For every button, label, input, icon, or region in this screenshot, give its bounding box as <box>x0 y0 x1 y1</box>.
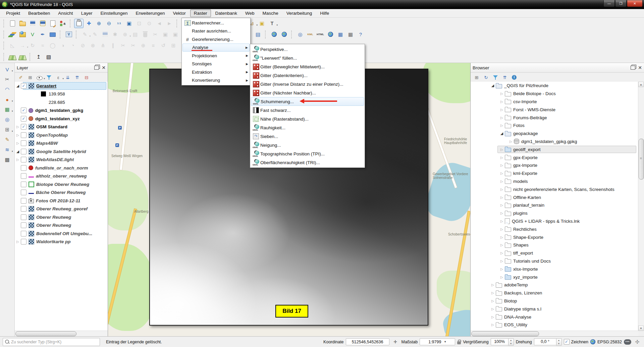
dock-vector-tool-8-button[interactable]: ✎ <box>3 135 12 144</box>
tree-collapsed-arrow-icon[interactable]: ▷ <box>15 133 21 137</box>
open-project-button[interactable] <box>18 19 27 28</box>
browser-tree-item[interactable]: ▷geotiff_export <box>471 145 638 153</box>
layer-visibility-checkbox[interactable]: ✓ <box>21 83 26 89</box>
browser-tree-item[interactable]: ▷EOS_Utility <box>471 321 638 329</box>
copy-features-button[interactable]: ▣ <box>161 30 170 39</box>
submenu-item-neigung-[interactable]: Neigung... <box>250 141 365 149</box>
browser-tree-item[interactable]: ▷Forums-Beiträge <box>471 114 638 122</box>
menu-item-projektionen[interactable]: Projektionen▶ <box>182 52 250 60</box>
menu-item-rasterrechner-[interactable]: ∑Rasterrechner... <box>182 19 250 27</box>
toggle-editing-button[interactable]: ✎ <box>90 30 100 39</box>
tasks-icon[interactable]: ✣ <box>634 338 641 346</box>
reshape-features-button[interactable]: ⋔ <box>98 41 108 50</box>
tree-collapsed-arrow-icon[interactable]: ▷ <box>499 163 505 167</box>
tree-collapsed-arrow-icon[interactable]: ▷ <box>499 251 505 255</box>
layer-visibility-checkbox[interactable] <box>21 157 26 162</box>
tree-expanded-arrow-icon[interactable]: ◢ <box>15 84 21 88</box>
menubar-item-layer[interactable]: Layer <box>77 9 96 17</box>
submenu-item-perspektive-[interactable]: Perspektive... <box>250 45 365 54</box>
zoom-to-selection-button[interactable]: ⊡ <box>135 19 144 28</box>
lock-scale-icon[interactable] <box>457 341 461 344</box>
enable-properties-widget-button[interactable]: i <box>510 73 519 82</box>
dock-vector-tool-4-button[interactable]: ●▾ <box>3 95 12 104</box>
add-part-button[interactable]: ◑ <box>58 41 67 50</box>
add-ring-button[interactable]: ◯ <box>48 41 57 50</box>
dock-vector-tool-3-button[interactable]: ◠ <box>3 85 12 94</box>
dock-vector-tool-1-button[interactable]: V▾ <box>3 65 12 74</box>
delete-part-button[interactable]: ⊗ <box>88 41 98 50</box>
layer-visibility-checkbox[interactable] <box>21 173 26 179</box>
processing-map-tool-button[interactable] <box>8 52 17 62</box>
remove-layer-button[interactable]: ⊟ <box>82 73 91 82</box>
layer-visibility-checkbox[interactable] <box>21 239 26 245</box>
layer-visibility-checkbox[interactable] <box>21 140 26 146</box>
layer-visibility-checkbox[interactable] <box>21 231 26 236</box>
submenu-item-rauhigkeit-[interactable]: Rauhigkeit... <box>250 123 365 132</box>
tree-collapsed-arrow-icon[interactable]: ▷ <box>499 211 505 215</box>
close-panel-icon[interactable]: ✕ <box>102 65 106 70</box>
add-mesh-layer-button[interactable] <box>48 30 57 39</box>
expand-all-button[interactable]: ⇊ <box>63 73 72 82</box>
zoom-in-button[interactable]: ⊕ <box>94 19 104 28</box>
move-feature-button[interactable]: →▾ <box>18 41 27 50</box>
scale-combobox[interactable]: 1:9799▼ <box>420 338 455 345</box>
menu-item-georeferenzierung-[interactable]: #Georeferenzierung... <box>182 35 250 44</box>
browser-tree-item[interactable]: ▷DNA-Analyse <box>471 313 638 321</box>
filter-browser-button[interactable] <box>491 73 500 82</box>
open-data-source-manager-button[interactable] <box>8 30 17 39</box>
browser-tree-item[interactable]: ▷nicht georeferenzierte Karten, Scans, S… <box>471 185 638 193</box>
browser-tree-item[interactable]: ▷xlsx-Importe <box>471 265 638 273</box>
dock-vector-tool-6-button[interactable]: ◎ <box>3 115 12 124</box>
crs-globe-icon[interactable] <box>590 339 595 344</box>
browser-tree-item[interactable]: ▷Forst - WMS-Dienste <box>471 106 638 114</box>
gps-tools-button[interactable]: ◎ <box>296 30 305 39</box>
raster-selection-tool-button[interactable]: ▧ <box>44 52 53 62</box>
layer-visibility-checkbox[interactable]: ✓ <box>21 108 26 113</box>
tree-collapsed-arrow-icon[interactable]: ▷ <box>499 124 505 127</box>
layer-tree-item[interactable]: ▷WebAtlasDE.light <box>15 156 108 164</box>
style-manager-button[interactable]: a <box>58 19 67 28</box>
layer-visibility-checkbox[interactable] <box>21 190 26 195</box>
spin-up-icon[interactable]: ▲ <box>556 339 561 342</box>
filter-legend-button[interactable] <box>45 73 53 82</box>
tree-collapsed-arrow-icon[interactable]: ▷ <box>499 259 505 263</box>
zoom-to-layer-button[interactable]: ⊙ <box>145 19 154 28</box>
menu-item-raster-ausrichten-[interactable]: Raster ausrichten... <box>182 27 250 36</box>
submenu-item-oberfl-chenrauhigkeit-tri-[interactable]: Oberflächenrauhigkeit (TRI)... <box>250 158 365 167</box>
browser-tree-item[interactable]: ▷adobeTemp <box>471 281 638 289</box>
menubar-item-web[interactable]: Web <box>241 9 258 17</box>
split-features-button[interactable]: ✂ <box>118 41 128 50</box>
layer-tree-item[interactable]: ▷✓OSM Standard <box>15 123 108 131</box>
layer-visibility-checkbox[interactable] <box>21 182 26 187</box>
spin-down-icon[interactable]: ▼ <box>508 342 514 345</box>
layer-visibility-checkbox[interactable]: ✓ <box>21 116 26 122</box>
menubar-item-erweiterungen[interactable]: Erweiterungen <box>132 9 168 17</box>
scroll-up-arrow[interactable]: ▲ <box>638 82 644 87</box>
dock-vector-tool-2-button[interactable]: ✂ <box>3 75 12 84</box>
browser-tree-item[interactable]: ▷Tutorials und Docs <box>471 257 638 265</box>
tree-collapsed-arrow-icon[interactable]: ▷ <box>499 227 505 231</box>
cad-tools-button[interactable]: ◺ <box>8 41 17 50</box>
browser-tree-item[interactable]: ▷Backups, Lizenzen <box>471 289 638 297</box>
menu-item-extraktion[interactable]: Extraktion▶ <box>182 68 250 76</box>
new-project-button[interactable] <box>8 19 17 28</box>
tree-collapsed-arrow-icon[interactable]: ▷ <box>499 92 505 95</box>
delete-ring-button[interactable]: ⊘ <box>78 41 88 50</box>
tree-collapsed-arrow-icon[interactable]: ▷ <box>499 188 505 191</box>
tree-collapsed-arrow-icon[interactable]: ▷ <box>499 196 505 199</box>
tree-collapsed-arrow-icon[interactable]: ▷ <box>499 180 505 183</box>
tree-collapsed-arrow-icon[interactable]: ▷ <box>15 125 21 129</box>
menu-item-sonstiges[interactable]: Sonstiges▶ <box>182 60 250 68</box>
save-project-as-button[interactable] <box>38 19 47 28</box>
submenu-item-gitter-inverse-distanz-zu-einer-potenz-[interactable]: Gitter (Inverse Distanz zu einer Potenz)… <box>250 80 365 88</box>
simplify-feature-button[interactable]: ≈ <box>38 41 47 50</box>
browser-tree-item[interactable]: ▷dgm1_testdaten_gpkg.gpkg <box>471 138 638 146</box>
tree-collapsed-arrow-icon[interactable]: ▷ <box>15 240 21 244</box>
submenu-item-n-he-rasterabstand-[interactable]: Nähe (Rasterabstand)... <box>250 115 365 123</box>
browser-tree-item[interactable]: ▷Biotop <box>471 297 638 305</box>
spin-down-icon[interactable]: ▼ <box>556 342 561 345</box>
tree-collapsed-arrow-icon[interactable]: ▷ <box>490 291 496 295</box>
layer-panel-hscrollbar[interactable] <box>15 331 108 336</box>
browser-tree-item[interactable]: ▷gpx-Importe <box>471 161 638 169</box>
grid-plugin-button[interactable]: ▦ <box>336 30 345 39</box>
